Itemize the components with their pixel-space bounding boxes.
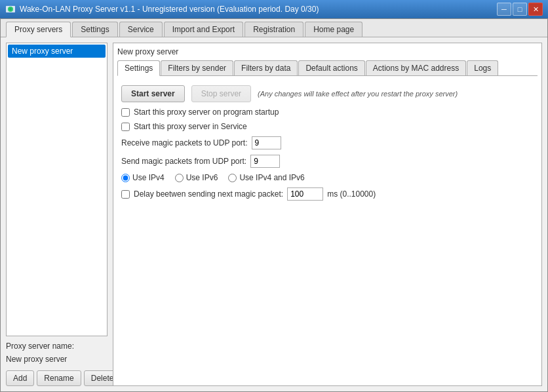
main-window: Proxy servers Settings Service Import an… xyxy=(0,18,548,392)
stop-server-button: Stop server xyxy=(191,85,251,102)
add-button[interactable]: Add xyxy=(6,370,34,386)
tab-service[interactable]: Service xyxy=(119,22,163,37)
tab-registration[interactable]: Registration xyxy=(245,22,303,37)
settings-content: Start server Stop server (Any changes wi… xyxy=(117,83,538,203)
inner-tabs: Settings Filters by sender Filters by da… xyxy=(117,60,538,76)
rename-button[interactable]: Rename xyxy=(37,370,81,386)
receive-udp-row: Receive magic packets to UDP port: xyxy=(121,136,534,149)
svg-point-2 xyxy=(9,8,12,10)
proxy-name-value: New proxy server xyxy=(6,355,108,364)
radio-both-label[interactable]: Use IPv4 and IPv6 xyxy=(239,173,304,182)
service-checkbox-row: Start this proxy server in Service xyxy=(121,122,534,131)
inner-tab-filters-data[interactable]: Filters by data xyxy=(234,60,298,75)
delay-input[interactable] xyxy=(287,187,323,201)
radio-both[interactable] xyxy=(228,174,237,182)
start-server-button[interactable]: Start server xyxy=(121,85,185,102)
inner-tab-filters-sender[interactable]: Filters by sender xyxy=(161,60,233,75)
receive-udp-label: Receive magic packets to UDP port: xyxy=(121,138,248,147)
send-udp-label: Send magic packets from UDP port: xyxy=(121,157,246,166)
inner-tab-settings[interactable]: Settings xyxy=(117,60,160,76)
send-udp-input[interactable] xyxy=(250,155,280,168)
radio-ipv4-option: Use IPv4 xyxy=(121,173,165,182)
radio-ipv6-option: Use IPv6 xyxy=(175,173,218,182)
top-tabs: Proxy servers Settings Service Import an… xyxy=(1,19,547,37)
minimize-button[interactable]: ─ xyxy=(497,3,511,16)
delay-unit: ms (0..10000) xyxy=(327,189,376,199)
tab-proxy-servers[interactable]: Proxy servers xyxy=(6,22,71,37)
tab-import-export[interactable]: Import and Export xyxy=(164,22,243,37)
receive-udp-input[interactable] xyxy=(252,136,281,149)
title-bar-left: Wake-On-LAN Proxy Server v1.1 - Unregist… xyxy=(5,4,319,14)
left-panel: New proxy server Proxy server name: New … xyxy=(6,43,108,386)
startup-checkbox-label[interactable]: Start this proxy server on program start… xyxy=(134,108,279,117)
inner-tab-actions-mac[interactable]: Actions by MAC address xyxy=(366,60,466,75)
inner-tab-logs[interactable]: Logs xyxy=(467,60,498,75)
title-bar: Wake-On-LAN Proxy Server v1.1 - Unregist… xyxy=(0,0,548,18)
main-content: New proxy server Proxy server name: New … xyxy=(1,37,547,391)
radio-ipv4-label[interactable]: Use IPv4 xyxy=(132,173,165,182)
startup-checkbox[interactable] xyxy=(121,108,130,117)
inner-tab-default-actions[interactable]: Default actions xyxy=(298,60,364,75)
right-panel: New proxy server Settings Filters by sen… xyxy=(113,43,542,386)
delay-checkbox-label[interactable]: Delay beetwen sending next magic packet: xyxy=(134,189,283,199)
title-bar-title: Wake-On-LAN Proxy Server v1.1 - Unregist… xyxy=(20,5,319,14)
close-button[interactable]: ✕ xyxy=(528,3,543,16)
list-item[interactable]: New proxy server xyxy=(8,45,106,58)
service-checkbox[interactable] xyxy=(121,123,130,131)
title-bar-buttons: ─ □ ✕ xyxy=(497,3,543,16)
radio-ipv6-label[interactable]: Use IPv6 xyxy=(186,173,218,182)
server-control-row: Start server Stop server (Any changes wi… xyxy=(121,85,534,102)
startup-checkbox-row: Start this proxy server on program start… xyxy=(121,108,534,117)
left-buttons: Add Rename Delete xyxy=(6,370,108,386)
panel-title: New proxy server xyxy=(117,47,538,56)
restore-button[interactable]: □ xyxy=(513,3,527,16)
proxy-name-label: Proxy server name: xyxy=(6,342,108,351)
delay-checkbox[interactable] xyxy=(121,190,130,199)
service-checkbox-label[interactable]: Start this proxy server in Service xyxy=(134,122,247,131)
tab-home-page[interactable]: Home page xyxy=(305,22,362,37)
ip-version-radio-row: Use IPv4 Use IPv6 Use IPv4 and IPv6 xyxy=(121,173,534,182)
radio-ipv6[interactable] xyxy=(175,174,184,182)
radio-both-option: Use IPv4 and IPv6 xyxy=(228,173,304,182)
restart-notice: (Any changes will take effect after you … xyxy=(258,90,458,98)
tab-settings[interactable]: Settings xyxy=(72,22,117,37)
app-icon xyxy=(5,4,16,14)
server-list[interactable]: New proxy server xyxy=(6,43,108,336)
send-udp-row: Send magic packets from UDP port: xyxy=(121,155,534,168)
radio-ipv4[interactable] xyxy=(121,174,130,182)
delay-row: Delay beetwen sending next magic packet:… xyxy=(121,187,534,201)
